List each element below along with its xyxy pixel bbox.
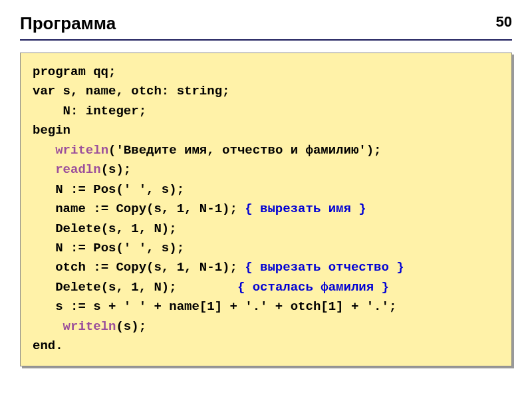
code-block: program qq; var s, name, otch: string; N… bbox=[20, 53, 512, 366]
code-line-3: N: integer; bbox=[33, 102, 499, 121]
code-text: program qq; bbox=[33, 65, 116, 79]
code-text: (s); bbox=[116, 319, 146, 334]
code-comment: { осталась фамилия } bbox=[237, 280, 389, 295]
slide-title: Программа bbox=[20, 13, 116, 34]
code-line-4: begin bbox=[33, 121, 499, 140]
code-text: N: integer; bbox=[63, 104, 146, 118]
code-text: var s, name, otch: string; bbox=[33, 84, 229, 98]
code-line-6: readln(s); bbox=[33, 160, 499, 180]
code-line-7: N := Pos(' ', s); bbox=[33, 180, 499, 200]
code-text: end. bbox=[33, 338, 63, 353]
keyword-writeln: writeln bbox=[55, 143, 108, 158]
code-text: Delete(s, 1, N); bbox=[55, 221, 176, 236]
code-indent bbox=[33, 299, 55, 314]
code-line-11: otch := Copy(s, 1, N-1); { вырезать отче… bbox=[33, 258, 499, 277]
slide-header: Программа 50 bbox=[20, 13, 512, 34]
code-text: s := s + ' ' + name[1] + '.' + otch[1] +… bbox=[55, 299, 396, 314]
code-text: ('Введите имя, отчество и фамилию'); bbox=[108, 143, 381, 158]
code-line-15: end. bbox=[33, 336, 499, 356]
code-text: begin bbox=[33, 123, 70, 138]
code-line-8: name := Copy(s, 1, N-1); { вырезать имя … bbox=[33, 200, 499, 219]
code-indent bbox=[33, 143, 55, 158]
code-line-2: var s, name, otch: string; bbox=[33, 82, 499, 101]
code-line-5: writeln('Введите имя, отчество и фамилию… bbox=[33, 141, 499, 160]
code-indent bbox=[33, 319, 63, 334]
code-indent bbox=[33, 221, 55, 236]
code-line-9: Delete(s, 1, N); bbox=[33, 219, 499, 239]
code-text: N := Pos(' ', s); bbox=[55, 182, 184, 197]
code-line-1: program qq; bbox=[33, 63, 499, 82]
keyword-writeln: writeln bbox=[63, 319, 116, 334]
keyword-readln: readln bbox=[55, 162, 100, 177]
header-divider bbox=[20, 39, 512, 41]
code-indent bbox=[33, 280, 55, 295]
code-text: N := Pos(' ', s); bbox=[55, 241, 184, 255]
code-text: otch := Copy(s, 1, N-1); bbox=[55, 260, 245, 275]
code-text: name := Copy(s, 1, N-1); bbox=[55, 201, 245, 216]
code-line-14: writeln(s); bbox=[33, 317, 499, 336]
code-text: (s); bbox=[101, 162, 132, 177]
code-comment: { вырезать имя } bbox=[245, 201, 366, 216]
code-indent bbox=[33, 201, 55, 216]
code-line-12: Delete(s, 1, N); { осталась фамилия } bbox=[33, 278, 499, 297]
code-text: Delete(s, 1, N); bbox=[55, 280, 237, 295]
code-indent bbox=[33, 241, 55, 255]
code-comment: { вырезать отчество } bbox=[245, 260, 404, 275]
code-line-13: s := s + ' ' + name[1] + '.' + otch[1] +… bbox=[33, 297, 499, 317]
code-line-10: N := Pos(' ', s); bbox=[33, 239, 499, 258]
code-indent bbox=[33, 260, 55, 275]
code-indent bbox=[33, 182, 55, 197]
page-number: 50 bbox=[496, 13, 512, 31]
code-indent bbox=[33, 162, 55, 177]
code-indent bbox=[33, 104, 63, 118]
